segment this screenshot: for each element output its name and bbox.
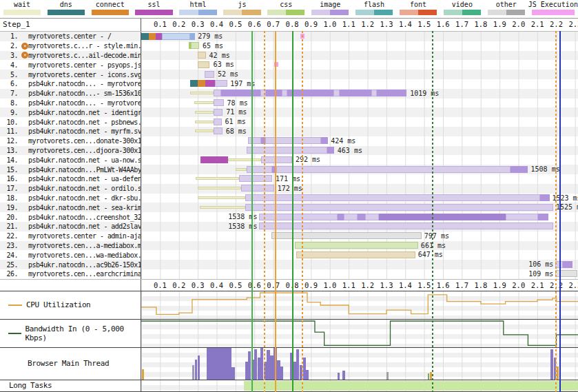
segment-css[interactable] — [295, 242, 418, 249]
request-row[interactable]: 21.psb4ukr.natocdn.net - add2slaves.svg1… — [0, 222, 578, 231]
request-url-label[interactable]: 8.psb4ukr.natocdn... - myrotvorets.svg — [0, 99, 141, 108]
request-url-label[interactable]: 17.psb4ukr.natocdn.net - ordilo.svg — [0, 184, 141, 194]
segment-wait[interactable] — [228, 158, 261, 161]
request-url-label[interactable]: 11.psb4ukr.natocdn.net - myrfm.svg — [0, 127, 141, 136]
segment-connect[interactable] — [198, 80, 205, 87]
segment-image[interactable] — [371, 90, 377, 96]
segment-other[interactable] — [555, 270, 577, 277]
request-row[interactable]: 7.psb4ukr.natocdn...- sm-1536x1024.jpg10… — [0, 89, 578, 99]
segment-js[interactable] — [296, 251, 415, 258]
segment-image[interactable] — [248, 137, 261, 144]
request-url-label[interactable]: 18.psb4ukr.natocdn.net - dkr-sbu.webp — [0, 194, 141, 203]
segment-image[interactable] — [344, 214, 358, 220]
request-url-label[interactable]: 10.psb4ukr.natocdn.net - psbnews.svg — [0, 117, 141, 127]
segment-image_dark[interactable] — [266, 90, 282, 96]
request-url-label[interactable]: 14.psb4ukr.natocdn.net - ua-now.svg — [0, 155, 141, 165]
request-row[interactable]: 9.psb4ukr.natocdn.net - identigraf.svg71… — [0, 107, 578, 117]
segment-wait[interactable] — [190, 92, 214, 94]
request-url-label[interactable]: 19.psb4ukr.natocdn.net - sea-krime.svg — [0, 203, 141, 212]
segment-wait[interactable] — [195, 130, 214, 132]
segment-ssl[interactable] — [205, 80, 215, 87]
segment-css[interactable] — [191, 42, 199, 49]
request-row[interactable]: 3.✕myrotvorets.c...ail-decode.min.js42 m… — [0, 51, 578, 61]
segment-image[interactable] — [247, 147, 327, 154]
segment-image[interactable] — [241, 185, 274, 192]
segment-ssl[interactable] — [156, 33, 163, 40]
segment-wait[interactable] — [195, 121, 214, 123]
segment-image[interactable] — [214, 99, 223, 106]
segment-wait[interactable] — [198, 187, 241, 189]
segment-image[interactable] — [365, 214, 380, 220]
segment-image[interactable] — [247, 166, 272, 173]
request-row[interactable]: 24.myrotvorets.cen...wa-mediabox.min.js6… — [0, 250, 578, 260]
segment-image_dark[interactable] — [563, 261, 572, 268]
segment-wait[interactable] — [195, 111, 214, 114]
segment-wait[interactable] — [196, 177, 239, 180]
request-row[interactable]: 26.myrotvorets.cen...earchcriminals.xml1… — [0, 269, 578, 279]
segment-image[interactable] — [205, 71, 214, 78]
segment-jsexec[interactable] — [274, 62, 278, 67]
request-url-label[interactable]: 2.✕myrotvorets.c...r - style.min.css — [0, 41, 141, 51]
segment-wait[interactable] — [198, 196, 245, 199]
segment-image_dark[interactable] — [340, 90, 372, 96]
request-row[interactable]: 16.psb4ukr.natocdn.net - ua-defence.svg1… — [0, 174, 578, 184]
request-url-label[interactable]: 22.myrotvorets.center - admin-ajax.php — [0, 231, 141, 241]
segment-image[interactable] — [245, 204, 554, 211]
request-url-label[interactable]: 12.myrotvorets.cen...donate-300x125.png — [0, 136, 141, 146]
segment-other[interactable] — [271, 232, 422, 239]
segment-image[interactable] — [214, 127, 222, 134]
request-url-label[interactable]: 1.myrotvorets.center - / — [0, 32, 141, 41]
request-row[interactable]: 10.psb4ukr.natocdn.net - psbnews.svg61 m… — [0, 117, 578, 127]
segment-image_dark[interactable] — [377, 90, 406, 96]
request-row[interactable]: 22.myrotvorets.center - admin-ajax.php79… — [0, 231, 578, 241]
request-url-label[interactable]: 4.myrotvorets.center - psyops.js — [0, 60, 141, 70]
segment-js[interactable] — [198, 52, 206, 59]
request-row[interactable]: 23.myrotvorets.cen...a-mediabox.min.css6… — [0, 241, 578, 251]
segment-image[interactable] — [555, 261, 563, 268]
segment-jsexec[interactable] — [300, 34, 304, 39]
segment-image_dark[interactable] — [358, 214, 364, 220]
request-url-label[interactable]: 9.psb4ukr.natocdn.net - identigraf.svg — [0, 107, 141, 117]
segment-image[interactable] — [276, 166, 510, 173]
segment-image[interactable] — [333, 90, 339, 96]
segment-connect[interactable] — [149, 33, 156, 40]
request-row[interactable]: 4.myrotvorets.center - psyops.js63 ms — [0, 60, 578, 70]
request-url-label[interactable]: 23.myrotvorets.cen...a-mediabox.min.css — [0, 241, 141, 251]
request-row[interactable]: 17.psb4ukr.natocdn.net - ordilo.svg172 m… — [0, 184, 578, 194]
request-url-label[interactable]: 16.psb4ukr.natocdn.net - ua-defence.svg — [0, 174, 141, 184]
segment-image[interactable] — [261, 156, 292, 163]
request-url-label[interactable]: 15.psb4ukr.natocdn...PmLWt-W4AAby0e.jpg — [0, 165, 141, 174]
request-row[interactable]: 2.✕myrotvorets.c...r - style.min.css65 m… — [0, 41, 578, 51]
segment-image[interactable] — [214, 90, 221, 96]
request-row[interactable]: 15.psb4ukr.natocdn...PmLWt-W4AAby0e.jpg1… — [0, 165, 578, 174]
request-row[interactable]: 13.myrotvorets.cen...djoora-300x175.jpg4… — [0, 146, 578, 156]
request-row[interactable]: 8.psb4ukr.natocdn... - myrotvorets.svg78… — [0, 99, 578, 108]
request-url-label[interactable]: 24.myrotvorets.cen...wa-mediabox.min.js — [0, 250, 141, 260]
request-row[interactable]: 19.psb4ukr.natocdn.net - sea-krime.svg15… — [0, 203, 578, 212]
request-url-label[interactable]: 13.myrotvorets.cen...djoora-300x175.jpg — [0, 146, 141, 156]
segment-wait[interactable] — [200, 206, 245, 209]
request-url-label[interactable]: 26.myrotvorets.cen...earchcriminals.xml — [0, 269, 141, 279]
segment-image[interactable] — [214, 109, 223, 116]
segment-image[interactable] — [259, 214, 338, 220]
segment-js[interactable] — [198, 61, 209, 68]
segment-image_dark[interactable] — [221, 90, 260, 96]
segment-image[interactable] — [245, 194, 541, 201]
request-url-label[interactable]: 3.✕myrotvorets.c...ail-decode.min.js — [0, 51, 141, 61]
segment-image[interactable] — [506, 214, 538, 220]
segment-image[interactable] — [215, 80, 227, 87]
segment-html[interactable] — [162, 33, 190, 40]
segment-image_dark[interactable] — [338, 214, 344, 220]
request-row[interactable]: 11.psb4ukr.natocdn.net - myrfm.svg68 ms — [0, 127, 578, 136]
segment-image_dark[interactable] — [510, 166, 528, 173]
segment-image_dark[interactable] — [540, 194, 550, 201]
segment-image_dark[interactable] — [287, 90, 333, 96]
segment-image[interactable] — [214, 118, 221, 125]
request-row[interactable]: 12.myrotvorets.cen...donate-300x125.png4… — [0, 136, 578, 146]
segment-wait[interactable] — [236, 168, 247, 171]
request-url-label[interactable]: 20.psb4ukr.natocdn...creenshot_32-2.jpg — [0, 212, 141, 222]
request-row[interactable]: 14.psb4ukr.natocdn.net - ua-now.svg292 m… — [0, 155, 578, 165]
request-url-label[interactable]: 7.psb4ukr.natocdn...- sm-1536x1024.jpg — [0, 89, 141, 99]
request-row[interactable]: 5.myrotvorets.center - icons.svg52 ms — [0, 70, 578, 79]
segment-ssl[interactable] — [200, 156, 228, 163]
